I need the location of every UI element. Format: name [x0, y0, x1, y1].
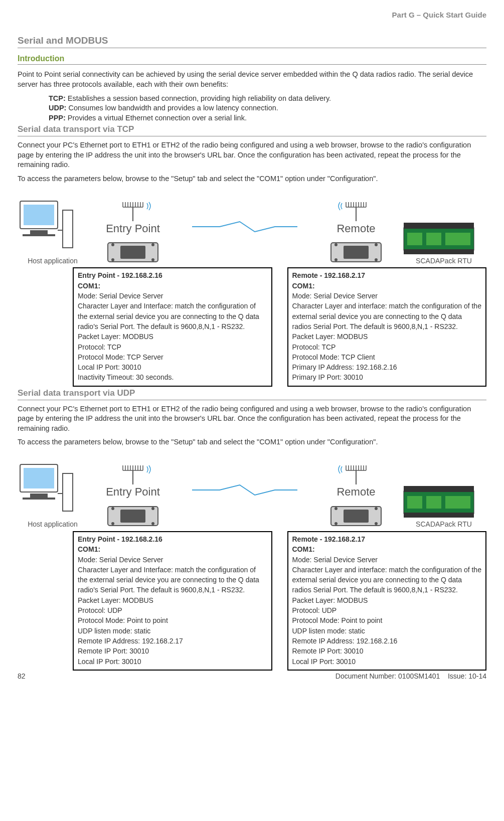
- remote-label: Remote: [311, 484, 401, 500]
- host-pc-icon: [18, 200, 78, 255]
- diagram-tcp: Host application Entry Point: [18, 188, 486, 265]
- svg-rect-90: [426, 496, 441, 509]
- cfg-line: Character Layer and Interface: match the…: [78, 301, 267, 332]
- svg-rect-44: [426, 233, 441, 245]
- svg-rect-88: [404, 513, 474, 518]
- svg-rect-41: [404, 223, 474, 229]
- udp-para2: To access the parameters below, browse t…: [18, 437, 486, 447]
- cfg-line: Remote IP Port: 30010: [78, 646, 267, 656]
- radio-device-icon: [105, 502, 160, 529]
- rtu-device-icon: [401, 220, 476, 255]
- entry-point-label: Entry Point: [88, 221, 178, 236]
- svg-rect-81: [344, 510, 369, 523]
- rtu-device-icon: [401, 483, 476, 519]
- cfg-line: Local IP Port: 30010: [292, 656, 482, 667]
- cfg-line: UDP listen mode: static: [292, 626, 482, 636]
- cfg-line: Packet Layer: MODBUS: [78, 595, 267, 605]
- antenna-icon: [108, 201, 158, 221]
- svg-rect-35: [344, 246, 369, 259]
- svg-rect-43: [407, 233, 422, 245]
- svg-point-38: [334, 258, 338, 261]
- issue-number: Issue: 10-14: [448, 672, 486, 680]
- page-number: 82: [18, 672, 26, 681]
- svg-rect-89: [407, 496, 422, 509]
- svg-rect-50: [23, 498, 55, 500]
- cfg-line: Packet Layer: MODBUS: [292, 332, 482, 342]
- intro-heading: Introduction: [18, 53, 486, 65]
- cfg-line: Character Layer and interface: match the…: [292, 565, 482, 595]
- section-title: Serial and MODBUS: [18, 34, 486, 48]
- entry-point-label: Entry Point: [88, 484, 178, 500]
- wireless-link-icon: [190, 219, 300, 234]
- cfg-line: Packet Layer: MODBUS: [292, 595, 482, 605]
- cfg-line: Remote IP Address: 192.168.2.17: [78, 636, 267, 646]
- cfg-line: UDP listen mode: static: [78, 626, 267, 636]
- cfg-line: Protocol Mode: TCP Client: [292, 352, 482, 362]
- svg-point-39: [375, 258, 378, 261]
- cfg-line: Protocol: UDP: [292, 605, 482, 615]
- svg-rect-64: [120, 510, 145, 523]
- udp-config-row: Entry Point - 192.168.2.16 COM1: Mode: S…: [18, 531, 486, 671]
- tcp-heading: Serial data transport via TCP: [18, 124, 486, 136]
- cfg-line: Mode: Serial Device Server: [78, 555, 267, 565]
- svg-point-68: [151, 522, 154, 525]
- svg-rect-18: [120, 246, 145, 259]
- udp-remote-config: Remote - 192.168.2.17 COM1: Mode: Serial…: [287, 531, 487, 671]
- svg-point-82: [334, 507, 338, 510]
- svg-rect-48: [63, 473, 73, 511]
- cfg-line: Local IP Port: 30010: [78, 656, 267, 667]
- svg-rect-3: [30, 230, 48, 234]
- cfg-line: Character Layer and interface: match the…: [292, 301, 482, 332]
- cfg-title: Remote - 192.168.2.17: [292, 534, 482, 544]
- host-label: Host application: [18, 520, 88, 529]
- host-label: Host application: [18, 256, 88, 266]
- svg-rect-49: [30, 494, 48, 498]
- diagram-udp: Host application Entry Point: [18, 451, 486, 529]
- cfg-title: Entry Point - 192.168.2.16: [78, 534, 267, 544]
- tcp-config-row: Entry Point - 192.168.2.16 COM1: Mode: S…: [18, 267, 486, 386]
- cfg-line: Protocol Mode: TCP Server: [78, 352, 267, 362]
- svg-rect-42: [404, 249, 474, 254]
- svg-rect-47: [24, 468, 54, 488]
- cfg-line: Local IP Port: 30010: [78, 362, 267, 372]
- svg-rect-1: [24, 205, 54, 225]
- udp-heading: Serial data transport via UDP: [18, 388, 486, 400]
- cfg-line: Primary IP Address: 192.168.2.16: [292, 362, 482, 372]
- doc-number: Document Number: 0100SM1401: [335, 672, 440, 680]
- antenna-icon: [331, 464, 381, 484]
- cfg-line: Protocol: UDP: [78, 605, 267, 615]
- radio-device-icon: [328, 238, 384, 265]
- svg-rect-91: [445, 496, 470, 509]
- remote-label: Remote: [311, 221, 401, 236]
- tcp-para1: Connect your PC's Ethernet port to ETH1 …: [18, 140, 486, 170]
- antenna-icon: [108, 464, 158, 484]
- tcp-desc: Establishes a session based connection, …: [66, 94, 331, 102]
- cfg-line: Mode: Serial Device Server: [78, 291, 267, 301]
- wireless-link-icon: [190, 482, 300, 498]
- cfg-line: Protocol Mode: Point to point: [292, 615, 482, 625]
- tcp-para2: To access the parameters below, browse t…: [18, 174, 486, 184]
- tcp-remote-config: Remote - 192.168.2.17 COM1: Mode: Serial…: [287, 267, 487, 386]
- rtu-label: SCADAPack RTU: [401, 256, 486, 266]
- ppp-label: PPP:: [49, 114, 66, 122]
- page-footer: 82 Document Number: 0100SM1401 Issue: 10…: [18, 672, 486, 681]
- rtu-label: SCADAPack RTU: [401, 520, 486, 529]
- svg-point-84: [334, 522, 338, 525]
- svg-point-66: [151, 507, 154, 510]
- cfg-title: Remote - 192.168.2.17: [292, 270, 482, 280]
- svg-rect-87: [404, 486, 474, 492]
- svg-rect-2: [63, 210, 73, 248]
- tcp-entry-config: Entry Point - 192.168.2.16 COM1: Mode: S…: [73, 267, 272, 386]
- udp-label: UDP:: [49, 104, 66, 112]
- cfg-com: COM1:: [292, 544, 482, 554]
- cfg-line: Protocol Mode: Point to point: [78, 615, 267, 625]
- udp-entry-config: Entry Point - 192.168.2.16 COM1: Mode: S…: [73, 531, 272, 671]
- cfg-line: Packet Layer: MODBUS: [78, 332, 267, 342]
- svg-point-85: [375, 522, 378, 525]
- svg-point-83: [375, 507, 378, 510]
- radio-device-icon: [105, 238, 160, 265]
- cfg-com: COM1:: [78, 544, 267, 554]
- protocol-list: TCP: Establishes a session based connect…: [49, 94, 486, 123]
- cfg-title: Entry Point - 192.168.2.16: [78, 270, 267, 280]
- cfg-line: Inactivity Timeout: 30 seconds.: [78, 372, 267, 382]
